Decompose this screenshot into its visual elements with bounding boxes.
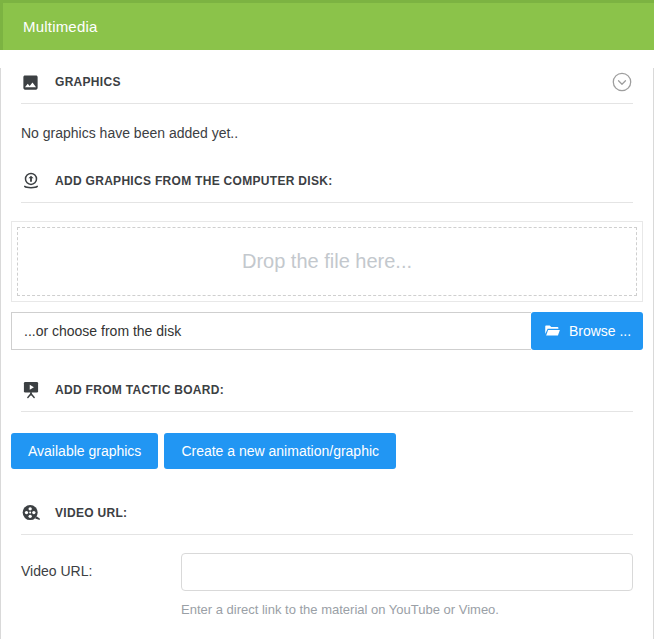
upload-section-title: ADD GRAPHICS FROM THE COMPUTER DISK: — [55, 174, 332, 188]
divider — [21, 411, 633, 412]
tactic-section-title: ADD FROM TACTIC BOARD: — [55, 383, 224, 397]
tactic-board-icon — [21, 380, 43, 400]
upload-icon — [21, 171, 43, 191]
folder-open-icon — [543, 322, 561, 340]
file-dropzone[interactable]: Drop the file here... — [11, 221, 643, 302]
graphics-empty-message: No graphics have been added yet.. — [21, 125, 633, 141]
video-section-title: VIDEO URL: — [55, 506, 127, 520]
image-icon — [21, 73, 43, 92]
tactic-buttons-row: Available graphics Create a new animatio… — [11, 433, 643, 469]
film-reel-icon — [21, 503, 43, 523]
video-section-header: VIDEO URL: — [1, 499, 653, 527]
panel-body: GRAPHICS No graphics have been added yet… — [0, 68, 654, 639]
video-input-wrap: Enter a direct link to the material on Y… — [181, 553, 633, 617]
video-url-help-text: Enter a direct link to the material on Y… — [181, 602, 633, 617]
upload-section-header: ADD GRAPHICS FROM THE COMPUTER DISK: — [1, 167, 653, 195]
tactic-section-header: ADD FROM TACTIC BOARD: — [1, 376, 653, 404]
divider — [21, 534, 633, 535]
dropzone-text: Drop the file here... — [242, 250, 412, 273]
browse-button-label: Browse ... — [569, 323, 631, 339]
browse-button[interactable]: Browse ... — [531, 312, 643, 350]
panel-title: Multimedia — [23, 18, 98, 35]
graphics-section-header: GRAPHICS — [1, 68, 653, 96]
file-dropzone-inner: Drop the file here... — [17, 227, 637, 296]
file-path-input[interactable] — [11, 312, 531, 350]
divider — [21, 103, 633, 104]
graphics-section-title: GRAPHICS — [55, 75, 121, 89]
create-animation-button[interactable]: Create a new animation/graphic — [164, 433, 396, 469]
divider — [21, 202, 633, 203]
video-url-input[interactable] — [181, 553, 633, 591]
video-url-label: Video URL: — [21, 553, 181, 579]
file-chooser-row: Browse ... — [11, 312, 643, 350]
chevron-down-circle-icon[interactable] — [611, 71, 633, 93]
panel-header: Multimedia — [0, 0, 654, 50]
available-graphics-button[interactable]: Available graphics — [11, 433, 158, 469]
video-url-form: Video URL: Enter a direct link to the ma… — [21, 553, 633, 617]
multimedia-panel: Multimedia GRAPHICS No graphics have bee… — [0, 0, 654, 639]
